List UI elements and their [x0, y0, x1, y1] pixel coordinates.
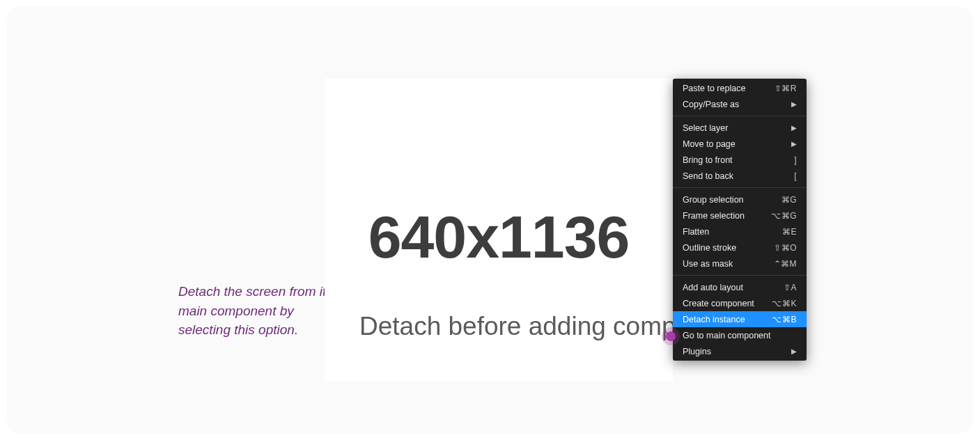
menu-item-shortcut: ⌥⌘B — [772, 315, 797, 324]
menu-item-label: Plugins — [683, 347, 711, 356]
chevron-right-icon: ▶ — [791, 140, 797, 148]
chevron-right-icon: ▶ — [791, 347, 797, 355]
canvas-subtitle: Detach before adding components — [359, 312, 673, 341]
menu-item-paste-to-replace[interactable]: Paste to replace⇧⌘R — [673, 80, 807, 96]
menu-item-frame-selection[interactable]: Frame selection⌥⌘G — [673, 207, 807, 223]
menu-item-create-component[interactable]: Create component⌥⌘K — [673, 295, 807, 311]
menu-item-shortcut: ⇧⌘R — [775, 84, 797, 93]
menu-item-detach-instance[interactable]: Detach instance⌥⌘B — [673, 311, 807, 327]
canvas-preview: 640x1136 Detach before adding components — [325, 79, 673, 382]
menu-item-label: Use as mask — [683, 259, 733, 269]
menu-item-go-to-main-component[interactable]: Go to main component — [673, 327, 807, 343]
menu-item-shortcut: ⌘G — [781, 195, 797, 205]
menu-item-label: Add auto layout — [683, 283, 743, 292]
canvas-dimensions-label: 640x1136 — [368, 203, 630, 272]
menu-item-plugins[interactable]: Plugins▶ — [673, 343, 807, 359]
menu-item-label: Move to page — [683, 139, 736, 149]
menu-item-label: Go to main component — [683, 331, 770, 340]
menu-item-select-layer[interactable]: Select layer▶ — [673, 120, 807, 136]
menu-separator — [673, 275, 807, 276]
menu-item-copy-paste-as[interactable]: Copy/Paste as▶ — [673, 96, 807, 112]
menu-item-move-to-page[interactable]: Move to page▶ — [673, 136, 807, 152]
menu-separator — [673, 116, 807, 116]
menu-item-label: Create component — [683, 299, 754, 308]
annotation-text: Detach the screen from its main componen… — [178, 282, 345, 340]
menu-item-group-selection[interactable]: Group selection⌘G — [673, 191, 807, 207]
menu-separator — [673, 187, 807, 188]
chevron-right-icon: ▶ — [791, 124, 797, 132]
menu-item-label: Bring to front — [683, 155, 733, 165]
menu-item-shortcut: ] — [794, 155, 797, 165]
menu-item-label: Paste to replace — [683, 84, 745, 93]
page-card: Detach the screen from its main componen… — [7, 7, 973, 433]
menu-item-shortcut: ⇧⌘O — [774, 243, 797, 253]
menu-item-bring-to-front[interactable]: Bring to front] — [673, 152, 807, 168]
menu-item-flatten[interactable]: Flatten⌘E — [673, 223, 807, 239]
menu-item-label: Select layer — [683, 123, 728, 133]
menu-item-outline-stroke[interactable]: Outline stroke⇧⌘O — [673, 239, 807, 256]
context-menu[interactable]: Paste to replace⇧⌘RCopy/Paste as▶Select … — [673, 79, 807, 361]
menu-item-shortcut: [ — [794, 171, 797, 181]
menu-item-label: Flatten — [683, 227, 709, 237]
chevron-right-icon: ▶ — [791, 100, 797, 108]
menu-item-label: Send to back — [683, 171, 733, 181]
menu-item-label: Detach instance — [683, 315, 745, 324]
menu-item-shortcut: ⌥⌘K — [772, 299, 797, 308]
menu-item-label: Outline stroke — [683, 243, 736, 253]
menu-item-shortcut: ⌥⌘G — [771, 211, 797, 221]
menu-item-shortcut: ⌘E — [782, 227, 797, 237]
menu-item-label: Group selection — [683, 195, 744, 205]
menu-item-use-as-mask[interactable]: Use as mask⌃⌘M — [673, 256, 807, 272]
menu-item-shortcut: ⌃⌘M — [774, 259, 798, 269]
menu-item-send-to-back[interactable]: Send to back[ — [673, 168, 807, 184]
menu-item-add-auto-layout[interactable]: Add auto layout⇧A — [673, 279, 807, 295]
menu-item-shortcut: ⇧A — [784, 283, 797, 292]
menu-item-label: Copy/Paste as — [683, 100, 739, 109]
menu-item-label: Frame selection — [683, 211, 745, 221]
annotation-target-dot — [666, 331, 676, 341]
